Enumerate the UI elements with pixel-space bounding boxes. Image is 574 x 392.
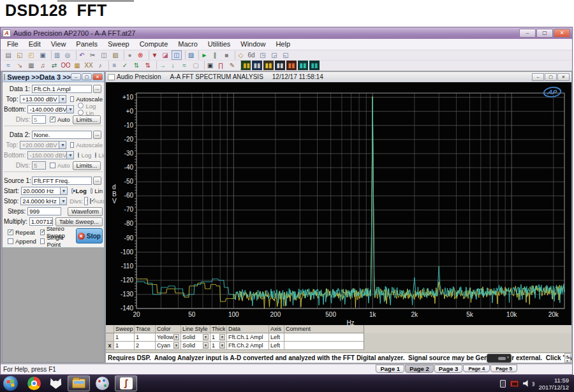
panel-close-button[interactable]: ✕ <box>92 73 103 80</box>
column-header[interactable]: Comment <box>284 325 364 333</box>
blank-icon[interactable]: ▢ <box>191 61 201 70</box>
menu-item[interactable]: Edit <box>24 39 46 50</box>
auto3-checkbox[interactable] <box>90 198 91 204</box>
status-panel-icon-1[interactable]: ▮▮ <box>240 61 251 70</box>
limits2-button[interactable]: Limits... <box>73 161 101 170</box>
show-panels-icon[interactable]: ◫ <box>172 50 182 60</box>
save-data-icon[interactable]: ▼ <box>149 50 159 60</box>
menu-item[interactable]: Window <box>235 39 270 50</box>
auto2-checkbox[interactable] <box>50 163 55 168</box>
graph-maximize-button[interactable]: ▢ <box>545 73 557 81</box>
steps-field[interactable]: 999 <box>27 207 61 215</box>
column-header[interactable]: Thick <box>210 325 227 333</box>
sync-icon[interactable]: ⇄ <box>49 61 59 70</box>
divs3-field[interactable]: 5 <box>84 197 88 205</box>
source1-field[interactable]: Fft.FFT Freq. <box>32 177 92 185</box>
digital-io-icon[interactable]: OO <box>61 61 71 70</box>
abort-icon[interactable]: ⊗ <box>135 50 145 60</box>
sweep-go-icon[interactable]: ► <box>198 50 209 60</box>
column-header[interactable]: Sweep <box>114 325 135 333</box>
record-icon[interactable]: ● <box>124 50 134 60</box>
monitor-icon[interactable]: 6d <box>246 50 256 60</box>
monitor-dark-icon[interactable]: ▣ <box>204 61 214 70</box>
single-point-checkbox[interactable] <box>40 238 45 244</box>
tile-icon[interactable]: ◲ <box>269 50 279 60</box>
sweep-table-icon[interactable]: ▦ <box>72 61 82 70</box>
cut-icon[interactable]: ✂ <box>87 50 98 60</box>
log2-radio[interactable] <box>78 152 79 158</box>
dmm-icon[interactable]: ≡ <box>108 61 119 70</box>
arrange-icon[interactable]: ◱ <box>281 50 291 60</box>
close-button[interactable]: ✕ <box>554 29 570 38</box>
start-combo[interactable]: 20.0000 Hz▼ <box>21 187 68 195</box>
status-panel-icon-4[interactable]: ▮▮ <box>275 61 285 70</box>
limits1-button[interactable]: Limits... <box>73 115 101 124</box>
app-titlebar[interactable]: A Audio Precision AP2700 - A-A FFT.at27 … <box>1 27 572 39</box>
graph-titlebar[interactable]: Audio Precision A-A FFT SPECTRUM ANALYSI… <box>106 72 571 82</box>
thickness-dropdown[interactable]: ▼ <box>219 334 225 340</box>
sweep-panel-titlebar[interactable]: Sweep >>Data 3 >> – ▢ ✕ <box>3 72 104 82</box>
source-log-radio[interactable] <box>71 188 73 194</box>
copy-icon[interactable]: ◫ <box>99 50 109 60</box>
menu-item[interactable]: Help <box>270 39 295 50</box>
swap-green-icon[interactable]: ⇅ <box>131 61 142 70</box>
pan-hand-icon[interactable]: ◇ <box>235 50 245 60</box>
column-header[interactable]: Data <box>227 325 269 333</box>
paint-icon[interactable] <box>96 377 109 390</box>
print-icon[interactable]: ▥ <box>51 50 61 60</box>
sweep-stop-icon[interactable]: ■ <box>221 50 232 60</box>
audio-precision-taskbar-button[interactable]: ∫ <box>115 375 137 391</box>
page-tab[interactable]: Page 3 <box>434 365 463 373</box>
undo-icon[interactable]: ↶ <box>76 50 86 60</box>
open-append-icon[interactable]: ◱ <box>15 50 25 60</box>
lin2-radio[interactable] <box>95 152 96 158</box>
analog-analyzer-icon[interactable]: ▦ <box>26 61 36 70</box>
column-header[interactable]: Color <box>156 325 181 333</box>
color-dropdown[interactable]: ▼ <box>173 334 179 340</box>
menu-item[interactable]: Sweep <box>103 39 135 50</box>
new-test-icon[interactable]: ▤ <box>3 50 13 60</box>
paste-icon[interactable]: ▧ <box>110 50 121 60</box>
line-style-dropdown[interactable]: ▼ <box>203 342 209 349</box>
color-dropdown[interactable]: ▼ <box>173 342 179 349</box>
top2-combo[interactable]: +20.000 dBV▼ <box>20 141 66 149</box>
column-header[interactable]: Line Style <box>181 325 210 333</box>
autoscale2-checkbox[interactable] <box>70 142 74 148</box>
copy-panel-icon[interactable]: ◪ <box>160 50 170 60</box>
start-button[interactable] <box>3 376 18 391</box>
generator-icon[interactable]: ♫ <box>38 61 48 70</box>
append-checkbox[interactable] <box>8 238 13 244</box>
sweep-settings-icon[interactable]: ↘ <box>15 61 25 70</box>
chrome-icon[interactable] <box>27 377 41 390</box>
note-scrollbar[interactable]: ▲▼ <box>564 353 571 363</box>
settling-icon[interactable]: XX <box>84 61 94 70</box>
top1-combo[interactable]: +13.000 dBV▼ <box>20 95 66 103</box>
page-tab[interactable]: Page 1 <box>376 365 404 373</box>
save-icon[interactable]: ▣ <box>38 50 48 60</box>
table-row[interactable]: 1 1 Yellow▼ Solid▼ 1▼ Fft.Ch.1 Ampl Left <box>106 333 571 342</box>
stop-combo[interactable]: 24.0000 kHz▼ <box>20 197 67 205</box>
menu-item[interactable]: Compute <box>135 39 173 50</box>
minimize-button[interactable]: – <box>519 29 536 38</box>
status-panel-icon-2[interactable]: ▮▮ <box>252 61 262 70</box>
notes-icon[interactable]: ✎ <box>227 61 237 70</box>
data2-browse-button[interactable]: ... <box>93 131 101 139</box>
bench-icon[interactable]: ∏ <box>216 61 226 70</box>
page-tab[interactable]: Page 5 <box>490 365 517 372</box>
page-tab[interactable]: Page 2 <box>405 365 434 373</box>
speaker-icon[interactable]: ♪ <box>95 61 105 70</box>
status-panel-icon-6[interactable]: ▮▮ <box>298 61 308 70</box>
explorer-taskbar-button[interactable] <box>68 375 90 391</box>
foobar-icon[interactable] <box>50 378 62 389</box>
graph-minimize-button[interactable]: – <box>532 73 544 81</box>
auto1-checkbox[interactable] <box>50 117 55 122</box>
clipboard-tray-icon[interactable] <box>500 380 506 388</box>
data2-field[interactable]: None. <box>32 131 92 139</box>
menu-item[interactable]: Panels <box>71 39 103 50</box>
menu-item[interactable]: File <box>2 39 24 50</box>
sweep-stop-button[interactable]: ✕Stop <box>76 228 103 243</box>
panel-minimize-button[interactable]: – <box>71 73 81 80</box>
divs1-field[interactable]: 5 <box>32 115 46 124</box>
status-panel-icon-7[interactable]: ▮▮ <box>309 61 320 70</box>
print-preview-icon[interactable]: ◎ <box>63 50 73 60</box>
